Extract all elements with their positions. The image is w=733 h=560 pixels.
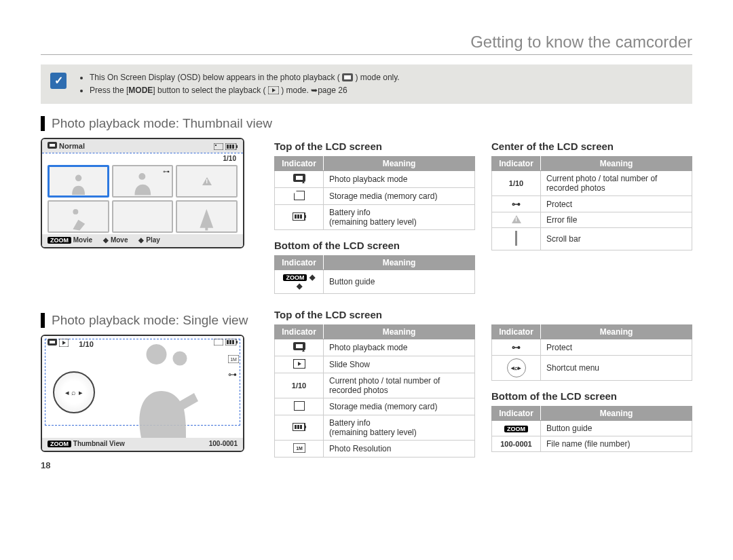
cell-meaning: Photo playback mode bbox=[324, 171, 475, 188]
th-indicator: Indicator bbox=[275, 325, 324, 339]
right-column-1: Center of the LCD screen IndicatorMeanin… bbox=[491, 138, 692, 303]
table-row: Slide Show bbox=[275, 356, 475, 373]
svg-rect-29 bbox=[214, 339, 223, 346]
svg-marker-4 bbox=[272, 88, 276, 92]
lcd2-topbar: 1/10 bbox=[48, 339, 238, 348]
svg-marker-41 bbox=[298, 362, 301, 366]
battery-icon bbox=[225, 143, 238, 150]
lcd-single-mock: 1/10 1M ⊶ ◂ ⌕ ▸ bbox=[41, 335, 244, 452]
cell-meaning: Photo Resolution bbox=[324, 441, 475, 458]
th-meaning: Meaning bbox=[541, 407, 692, 421]
table-row: Storage media (memory card) bbox=[275, 188, 475, 205]
svg-marker-18 bbox=[294, 191, 297, 193]
table-row: ZOOMButton guide bbox=[492, 421, 692, 436]
slideshow-icon bbox=[59, 339, 69, 347]
cell-meaning: Protect bbox=[541, 196, 692, 212]
svg-rect-6 bbox=[50, 144, 55, 147]
thumbnail-5 bbox=[112, 200, 174, 233]
zoom-tag: ZOOM bbox=[48, 237, 71, 244]
table-row: Photo playback mode bbox=[275, 171, 475, 188]
zoom-tag: ZOOM bbox=[48, 441, 71, 447]
card-icon bbox=[214, 339, 223, 346]
svg-rect-31 bbox=[227, 340, 229, 344]
diamond-icon: ◆ bbox=[103, 236, 109, 244]
svg-rect-45 bbox=[297, 425, 299, 429]
card-icon bbox=[214, 143, 223, 150]
lcd-thumbnail-column: Normal 1/10 ⊶ ZOOM Mov bbox=[41, 138, 258, 303]
lcd-counter: 1/10 bbox=[42, 153, 243, 162]
table-row: ZOOM ◆ ◆Button guide bbox=[275, 270, 475, 294]
cell-meaning: Button guide bbox=[324, 270, 475, 294]
svg-text:1M: 1M bbox=[296, 446, 303, 451]
note-item-2: Press the [MODE] button to select the pl… bbox=[90, 84, 400, 97]
svg-point-24 bbox=[173, 352, 187, 366]
thumbnail-6 bbox=[176, 200, 238, 233]
play-label: Play bbox=[146, 236, 160, 244]
note2-b: ] button to select the playback ( bbox=[153, 86, 265, 95]
right-column-2: . IndicatorMeaning ⊶Protect ◂⌕▸Shortcut … bbox=[491, 306, 692, 470]
lcd-thumbnail-mock: Normal 1/10 ⊶ ZOOM Mov bbox=[41, 138, 244, 248]
svg-marker-28 bbox=[62, 341, 66, 345]
protect-icon: ⊶ bbox=[512, 199, 521, 209]
subhead-bottom-lcd: Bottom of the LCD screen bbox=[274, 240, 475, 251]
note2-mode: MODE bbox=[128, 86, 153, 95]
svg-rect-15 bbox=[296, 176, 303, 180]
protect-icon: ⊶ bbox=[512, 342, 521, 352]
row-2: Photo playback mode: Single view 1/10 bbox=[41, 306, 692, 470]
button-guide-icon: ZOOM ◆ ◆ bbox=[275, 270, 324, 294]
svg-rect-7 bbox=[214, 143, 223, 150]
mid-column-2: Top of the LCD screen IndicatorMeaning P… bbox=[274, 306, 475, 470]
warning-icon bbox=[512, 215, 521, 223]
table-top-lcd: IndicatorMeaning Photo playback mode Sto… bbox=[274, 156, 475, 230]
subhead-center-lcd: Center of the LCD screen bbox=[491, 141, 692, 152]
th-indicator: Indicator bbox=[275, 157, 324, 171]
subhead-bottom-lcd-2: Bottom of the LCD screen bbox=[491, 390, 692, 402]
lcd-topbar: Normal bbox=[42, 139, 243, 153]
protect-icon: ⊶ bbox=[228, 369, 239, 379]
svg-rect-32 bbox=[229, 340, 231, 344]
note2-page: page 26 bbox=[318, 86, 347, 95]
lcd2-side-icons: 1M ⊶ bbox=[228, 355, 239, 379]
svg-rect-12 bbox=[232, 145, 234, 149]
subhead-top-lcd-2: Top of the LCD screen bbox=[274, 309, 475, 320]
table-row: Scroll bar bbox=[492, 228, 692, 250]
movie-label: Movie bbox=[73, 236, 92, 244]
move-label: Move bbox=[111, 236, 128, 244]
th-meaning: Meaning bbox=[541, 157, 692, 171]
table-top-lcd-2-right: IndicatorMeaning ⊶Protect ◂⌕▸Shortcut me… bbox=[491, 324, 692, 381]
photo-mode-icon bbox=[342, 73, 353, 81]
lcd-thumbnail-grid: ⊶ bbox=[42, 162, 243, 234]
cell-meaning: Storage media (memory card) bbox=[324, 398, 475, 415]
mid-column-1: Top of the LCD screen IndicatorMeaning P… bbox=[274, 138, 475, 303]
svg-rect-42 bbox=[294, 401, 305, 411]
slideshow-icon bbox=[293, 359, 305, 369]
warning-icon bbox=[202, 177, 212, 185]
th-indicator: Indicator bbox=[492, 407, 541, 421]
counter-text: 1/10 bbox=[492, 171, 541, 196]
thumbnail-3 bbox=[176, 165, 238, 198]
zoom-tag: ZOOM bbox=[504, 426, 528, 432]
cell-meaning: File name (file number) bbox=[541, 436, 692, 452]
battery-icon bbox=[293, 212, 306, 221]
scrollbar-icon bbox=[515, 231, 517, 246]
title-rule bbox=[41, 54, 692, 55]
thumbnail-4 bbox=[48, 200, 109, 233]
note1-text-b: ) mode only. bbox=[356, 73, 400, 82]
svg-rect-46 bbox=[300, 425, 302, 429]
table-row: 1MPhoto Resolution bbox=[275, 441, 475, 458]
lcd2-right-top bbox=[214, 339, 238, 348]
table-row: Battery info (remaining battery level) bbox=[275, 415, 475, 441]
th-meaning: Meaning bbox=[324, 325, 475, 339]
cell-meaning: Current photo / total number of recorded… bbox=[324, 373, 475, 398]
battery-icon bbox=[225, 339, 238, 346]
svg-text:1M: 1M bbox=[230, 357, 237, 362]
th-meaning: Meaning bbox=[541, 325, 692, 339]
lcd-bottombar: ZOOM Movie ◆ Move ◆ Play bbox=[42, 234, 243, 247]
svg-rect-23 bbox=[305, 215, 306, 218]
thumbnail-1 bbox=[48, 165, 109, 198]
card-icon bbox=[294, 191, 305, 200]
arrow-icon: ➥ bbox=[311, 86, 318, 95]
table-center-lcd: IndicatorMeaning 1/10Current photo / tot… bbox=[491, 156, 692, 250]
photo-mode-icon bbox=[48, 142, 57, 150]
filenum-text: 100-0001 bbox=[492, 436, 541, 452]
